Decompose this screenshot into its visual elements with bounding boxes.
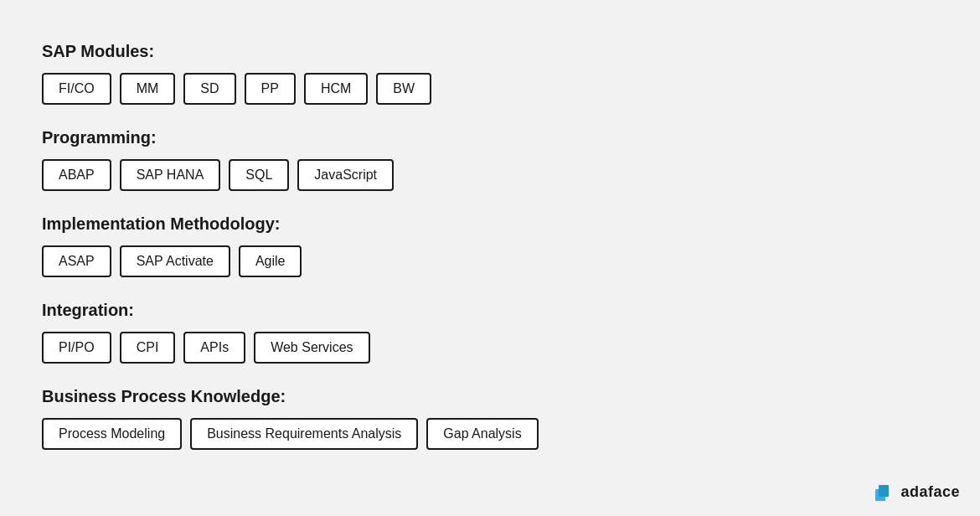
tag-item: Gap Analysis xyxy=(426,418,538,450)
tags-programming: ABAPSAP HANASQLJavaScript xyxy=(42,159,938,191)
tag-item: BW xyxy=(376,73,431,105)
branding-area: adaface xyxy=(875,482,960,501)
section-title-business-process: Business Process Knowledge: xyxy=(42,387,938,406)
tag-item: CPI xyxy=(120,332,176,364)
section-title-programming: Programming: xyxy=(42,128,938,147)
tag-item: ASAP xyxy=(42,245,111,277)
section-title-sap-modules: SAP Modules: xyxy=(42,42,938,61)
section-programming: Programming:ABAPSAP HANASQLJavaScript xyxy=(42,128,938,191)
tag-item: APIs xyxy=(183,332,245,364)
tag-item: PI/PO xyxy=(42,332,111,364)
tag-item: Agile xyxy=(239,245,302,277)
tag-item: SAP HANA xyxy=(120,159,221,191)
tag-item: SD xyxy=(183,73,235,105)
tags-integration: PI/POCPIAPIsWeb Services xyxy=(42,332,938,364)
section-title-implementation-methodology: Implementation Methodology: xyxy=(42,214,938,234)
svg-rect-1 xyxy=(879,485,889,497)
tag-item: PP xyxy=(245,73,296,105)
tag-item: HCM xyxy=(304,73,368,105)
adaface-icon xyxy=(875,482,894,501)
tag-item: Web Services xyxy=(254,332,369,364)
tag-item: JavaScript xyxy=(297,159,394,191)
tag-item: ABAP xyxy=(42,159,111,191)
tag-item: Process Modeling xyxy=(42,418,182,450)
section-business-process: Business Process Knowledge:Process Model… xyxy=(42,387,938,450)
tags-sap-modules: FI/COMMSDPPHCMBW xyxy=(42,73,938,105)
tag-item: SAP Activate xyxy=(120,245,230,277)
tag-item: Business Requirements Analysis xyxy=(190,418,418,450)
section-implementation-methodology: Implementation Methodology:ASAPSAP Activ… xyxy=(42,214,938,277)
section-integration: Integration:PI/POCPIAPIsWeb Services xyxy=(42,301,938,364)
tags-implementation-methodology: ASAPSAP ActivateAgile xyxy=(42,245,938,277)
tag-item: MM xyxy=(120,73,176,105)
tag-item: SQL xyxy=(229,159,289,191)
tags-business-process: Process ModelingBusiness Requirements An… xyxy=(42,418,938,450)
section-title-integration: Integration: xyxy=(42,301,938,320)
section-sap-modules: SAP Modules:FI/COMMSDPPHCMBW xyxy=(42,42,938,105)
tag-item: FI/CO xyxy=(42,73,111,105)
main-content: SAP Modules:FI/COMMSDPPHCMBWProgramming:… xyxy=(0,0,980,515)
adaface-label: adaface xyxy=(900,483,960,501)
